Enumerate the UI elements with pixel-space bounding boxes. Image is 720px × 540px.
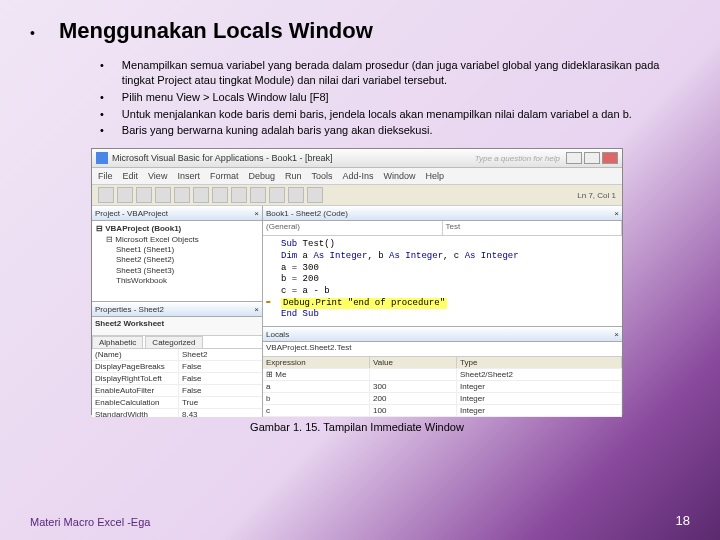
menu-run[interactable]: Run [285, 171, 302, 181]
menu-addins[interactable]: Add-Ins [342, 171, 373, 181]
project-item[interactable]: Sheet3 (Sheet3) [96, 266, 258, 276]
project-header: Project - VBAProject [95, 209, 168, 218]
figure-caption: Gambar 1. 15. Tampilan Immediate Window [30, 421, 684, 433]
locals-row: a300Integer [263, 381, 622, 393]
code-editor[interactable]: Sub Test() Dim a As Integer, b As Intege… [263, 236, 622, 326]
toolbar-button[interactable] [98, 187, 114, 203]
tab-alphabetic[interactable]: Alphabetic [92, 336, 143, 348]
footer-text: Materi Macro Excel -Ega [30, 516, 150, 528]
properties-grid: (Name)Sheet2 DisplayPageBreaksFalse Disp… [92, 349, 262, 417]
toolbar-button[interactable] [155, 187, 171, 203]
toolbar-button[interactable] [117, 187, 133, 203]
object-dropdown[interactable]: (General) [263, 221, 443, 235]
bullet-1: Menampilkan semua variabel yang berada d… [122, 58, 684, 88]
bullet-2: Pilih menu View > Locals Window lalu [F8… [122, 90, 684, 105]
project-root[interactable]: ⊟ VBAProject (Book1) [96, 224, 258, 234]
minimize-button[interactable] [566, 152, 582, 164]
slide-title: Menggunakan Locals Window [59, 18, 373, 44]
exec-arrow-icon: ➨ [266, 298, 271, 310]
menu-edit[interactable]: Edit [123, 171, 139, 181]
vbe-toolbar: Ln 7, Col 1 [92, 185, 622, 206]
locals-grid: Expression Value Type ⊞ MeSheet2/Sheet2 … [263, 357, 622, 417]
project-item[interactable]: Sheet1 (Sheet1) [96, 245, 258, 255]
toolbar-button[interactable] [307, 187, 323, 203]
toolbar-button[interactable] [174, 187, 190, 203]
close-icon[interactable]: × [614, 330, 619, 339]
locals-title: Locals [266, 330, 289, 339]
col-value[interactable]: Value [370, 357, 457, 368]
menu-view[interactable]: View [148, 171, 167, 181]
menu-window[interactable]: Window [384, 171, 416, 181]
code-window: Book1 - Sheet2 (Code)× (General) Test Su… [263, 206, 622, 327]
menu-debug[interactable]: Debug [248, 171, 275, 181]
tab-categorized[interactable]: Categorized [145, 336, 202, 348]
project-item[interactable]: ThisWorkbook [96, 276, 258, 286]
vbe-titlebar: Microsoft Visual Basic for Applications … [92, 149, 622, 168]
close-button[interactable] [602, 152, 618, 164]
close-icon[interactable]: × [614, 209, 619, 218]
locals-row: ⊞ MeSheet2/Sheet2 [263, 369, 622, 381]
toolbar-button[interactable] [193, 187, 209, 203]
locals-window: Locals× VBAProject.Sheet2.Test Expressio… [263, 327, 622, 417]
props-header: Properties - Sheet2 [95, 305, 164, 314]
menu-help[interactable]: Help [426, 171, 445, 181]
col-expression[interactable]: Expression [263, 357, 370, 368]
project-folder[interactable]: ⊟ Microsoft Excel Objects [96, 235, 258, 245]
close-icon[interactable]: × [254, 305, 259, 314]
locals-context: VBAProject.Sheet2.Test [263, 342, 622, 357]
project-item[interactable]: Sheet2 (Sheet2) [96, 255, 258, 265]
close-icon[interactable]: × [254, 209, 259, 218]
toolbar-button[interactable] [212, 187, 228, 203]
toolbar-button[interactable] [136, 187, 152, 203]
vbe-title-text: Microsoft Visual Basic for Applications … [112, 153, 332, 163]
menu-file[interactable]: File [98, 171, 113, 181]
current-line: Debug.Print "end of procedure" [281, 298, 447, 310]
locals-row: b200Integer [263, 393, 622, 405]
toolbar-button[interactable] [269, 187, 285, 203]
menu-insert[interactable]: Insert [177, 171, 200, 181]
page-number: 18 [676, 513, 690, 528]
bullet-4: Baris yang berwarna kuning adalah baris … [122, 123, 684, 138]
bullet-3: Untuk menjalankan kode baris demi baris,… [122, 107, 684, 122]
cursor-position: Ln 7, Col 1 [577, 191, 616, 200]
vbe-app-icon [96, 152, 108, 164]
col-type[interactable]: Type [457, 357, 622, 368]
locals-row: c100Integer [263, 405, 622, 417]
toolbar-button[interactable] [250, 187, 266, 203]
help-search[interactable]: Type a question for help [475, 154, 560, 163]
procedure-dropdown[interactable]: Test [443, 221, 623, 235]
properties-pane: Properties - Sheet2× Sheet2 Worksheet Al… [92, 302, 262, 417]
code-title: Book1 - Sheet2 (Code) [266, 209, 348, 218]
toolbar-button[interactable] [231, 187, 247, 203]
toolbar-button[interactable] [288, 187, 304, 203]
maximize-button[interactable] [584, 152, 600, 164]
bullet-dot: • [30, 25, 35, 41]
window-controls [566, 152, 618, 164]
sub-bullet-list: •Menampilkan semua variabel yang berada … [100, 58, 684, 138]
vbe-menubar: File Edit View Insert Format Debug Run T… [92, 168, 622, 185]
project-explorer: Project - VBAProject× ⊟ VBAProject (Book… [92, 206, 262, 302]
vbe-window: Microsoft Visual Basic for Applications … [91, 148, 623, 415]
main-bullet: • Menggunakan Locals Window [30, 18, 684, 44]
props-object[interactable]: Sheet2 Worksheet [92, 317, 262, 336]
menu-format[interactable]: Format [210, 171, 239, 181]
menu-tools[interactable]: Tools [311, 171, 332, 181]
